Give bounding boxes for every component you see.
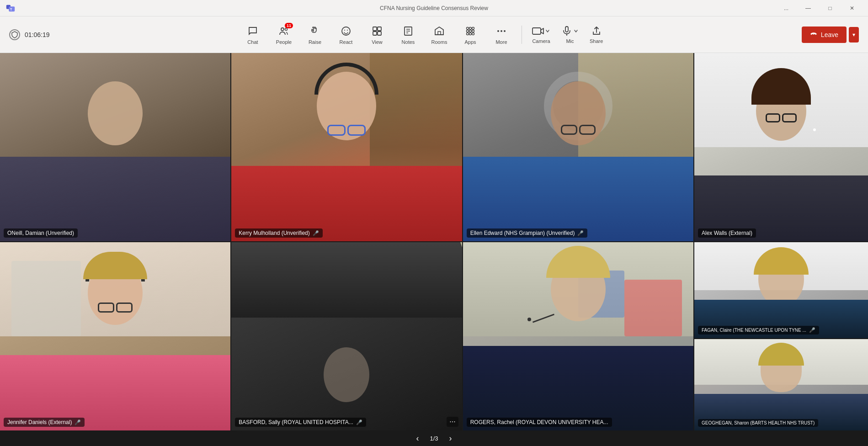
- close-button[interactable]: ✕: [841, 0, 863, 16]
- video-grid: ONeill, Damian (Unverified) Kerry Mulhol…: [0, 53, 868, 430]
- participant-cell-fagan: FAGAN, Claire (THE NEWCASTLE UPON TYNE .…: [694, 242, 868, 338]
- svg-rect-16: [438, 32, 441, 35]
- fagan-label: FAGAN, Claire (THE NEWCASTLE UPON TYNE .…: [698, 326, 819, 334]
- jennifer-label: Jennifer Daniels (External) 🎤: [4, 418, 85, 427]
- alex-name: Alex Walls (External): [702, 230, 752, 236]
- participant-cell-sharon: GEOGHEGAN, Sharon (BARTS HEALTH NHS TRUS…: [694, 339, 868, 430]
- people-badge: 11: [285, 23, 293, 28]
- rooms-icon: [434, 26, 445, 37]
- kerry-label: Kerry Mulholland (Unverified) 🎤: [235, 228, 322, 238]
- svg-point-6: [344, 30, 345, 31]
- window-title: CFNA Nursing Guideline Consensus Review: [380, 5, 488, 11]
- notes-button[interactable]: Notes: [394, 21, 423, 48]
- svg-point-23: [466, 32, 469, 35]
- rooms-label: Rooms: [431, 39, 447, 45]
- mic-chevron-icon: [573, 28, 579, 34]
- notes-label: Notes: [402, 39, 415, 45]
- more-button[interactable]: More: [487, 21, 516, 48]
- rooms-button[interactable]: Rooms: [425, 21, 454, 48]
- camera-icon: [532, 26, 544, 37]
- leave-button[interactable]: Leave: [802, 27, 847, 43]
- damian-name: ONeill, Damian (Unverified): [7, 230, 74, 236]
- basford-label: BASFORD, Sally (ROYAL UNITED HOSPITA... …: [235, 418, 366, 427]
- people-button[interactable]: 11 People: [269, 21, 298, 48]
- participant-cell-ellen: Ellen Edward (NHS Grampian) (Unverified)…: [463, 53, 693, 241]
- window-controls: ... — □ ✕: [776, 0, 863, 16]
- svg-point-21: [469, 30, 471, 32]
- mic-button[interactable]: Mic: [557, 22, 583, 48]
- svg-rect-30: [565, 27, 568, 32]
- ellen-label: Ellen Edward (NHS Grampian) (Unverified)…: [467, 228, 588, 238]
- rogers-name: ROGERS, Rachel (ROYAL DEVON UNIVERSITY H…: [470, 419, 608, 425]
- next-page-button[interactable]: ›: [446, 434, 456, 443]
- people-icon-wrap: 11: [277, 25, 290, 37]
- svg-rect-8: [373, 27, 377, 31]
- view-icon: [372, 26, 383, 37]
- participant-cell-jennifer: Jennifer Daniels (External) 🎤: [0, 242, 230, 430]
- sharon-name: GEOGHEGAN, Sharon (BARTS HEALTH NHS TRUS…: [702, 420, 815, 425]
- svg-rect-9: [378, 27, 381, 31]
- more-icon: [496, 26, 507, 37]
- share-label: Share: [590, 38, 603, 44]
- mic-icon: [561, 26, 572, 37]
- svg-point-17: [466, 27, 469, 29]
- toolbar-left: 01:06:19: [9, 29, 50, 40]
- toolbar-right: Leave ▾: [796, 27, 859, 43]
- camera-button[interactable]: Camera: [527, 22, 555, 48]
- svg-point-27: [501, 30, 502, 32]
- meeting-toolbar: 01:06:19 Chat 11 People: [0, 16, 868, 53]
- restore-button[interactable]: —: [798, 0, 819, 16]
- raise-button[interactable]: Raise: [300, 21, 330, 48]
- raise-icon: [309, 26, 320, 37]
- apps-label: Apps: [464, 39, 476, 45]
- rooms-icon-wrap: [433, 25, 446, 37]
- notes-icon-wrap: [402, 25, 415, 37]
- svg-rect-10: [373, 32, 377, 35]
- basford-more-options[interactable]: ···: [447, 417, 458, 427]
- toolbar-center: Chat 11 People Raise: [50, 21, 796, 48]
- react-icon-wrap: [340, 25, 352, 37]
- participant-cell-basford: BASFORD, Sally (ROYAL UNITED HOSPITA... …: [231, 242, 462, 430]
- svg-point-18: [469, 27, 471, 29]
- svg-text:T: T: [10, 7, 12, 11]
- chat-label: Chat: [247, 39, 258, 45]
- right-column: FAGAN, Claire (THE NEWCASTLE UPON TYNE .…: [694, 242, 868, 430]
- view-icon-wrap: [371, 25, 383, 37]
- chat-button[interactable]: Chat: [238, 21, 267, 48]
- svg-point-4: [285, 28, 287, 30]
- kerry-name: Kerry Mulholland (Unverified): [239, 230, 309, 236]
- security-icon: [9, 29, 20, 40]
- participant-cell-damian: ONeill, Damian (Unverified): [0, 53, 230, 241]
- react-label: React: [340, 39, 353, 45]
- minimize-button[interactable]: ...: [776, 0, 797, 16]
- teams-logo-icon: T: [5, 3, 16, 13]
- damian-label: ONeill, Damian (Unverified): [4, 228, 78, 238]
- fagan-mute-icon: 🎤: [809, 327, 815, 333]
- svg-point-7: [347, 30, 348, 31]
- react-icon: [341, 26, 351, 37]
- view-button[interactable]: View: [362, 21, 392, 48]
- maximize-button[interactable]: □: [820, 0, 841, 16]
- svg-point-24: [469, 32, 471, 35]
- participant-cell-rogers: ROGERS, Rachel (ROYAL DEVON UNIVERSITY H…: [463, 242, 693, 430]
- jennifer-mute-icon: 🎤: [75, 419, 81, 425]
- prev-page-button[interactable]: ‹: [412, 434, 422, 443]
- camera-chevron-icon: [545, 28, 550, 34]
- pagination-bar: ‹ 1/3 ›: [0, 430, 868, 446]
- camera-label: Camera: [532, 38, 550, 44]
- leave-dropdown-button[interactable]: ▾: [849, 27, 859, 42]
- share-button[interactable]: Share: [585, 22, 607, 48]
- jennifer-name: Jennifer Daniels (External): [7, 419, 72, 425]
- raise-icon-wrap: [309, 25, 321, 37]
- chat-icon: [247, 26, 258, 37]
- apps-button[interactable]: Apps: [456, 21, 485, 48]
- fagan-name: FAGAN, Claire (THE NEWCASTLE UPON TYNE .…: [702, 328, 806, 333]
- notes-icon: [403, 26, 414, 37]
- apps-icon: [465, 26, 476, 37]
- app-logo: T: [5, 3, 16, 13]
- toolbar-separator: [522, 26, 522, 44]
- ellen-mute-icon: 🎤: [577, 230, 584, 236]
- react-button[interactable]: React: [331, 21, 361, 48]
- apps-icon-wrap: [464, 25, 477, 37]
- page-info: 1/3: [430, 435, 438, 442]
